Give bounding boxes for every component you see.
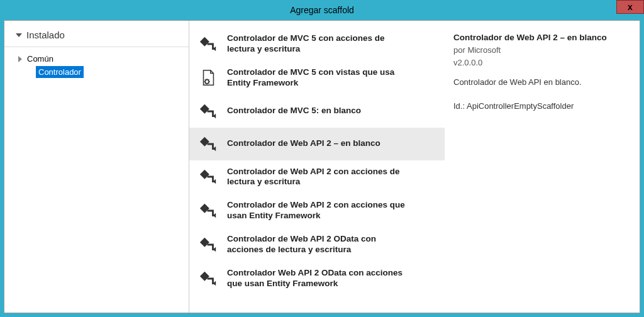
scaffold-item[interactable]: Controlador de MVC 5 con acciones de lec… — [189, 27, 445, 61]
window-title: Agregar scaffold — [0, 5, 644, 15]
detail-author: por Microsoft — [453, 45, 630, 56]
scaffold-item-label: Controlador de MVC 5 con acciones de lec… — [227, 33, 409, 55]
controller-icon — [198, 235, 218, 255]
detail-id: Id.: ApiControllerEmptyScaffolder — [453, 101, 630, 112]
scaffold-item[interactable]: Controlador de Web API 2 con acciones de… — [189, 160, 445, 194]
scaffold-item[interactable]: Controlador Web API 2 OData con acciones… — [189, 262, 445, 296]
scaffold-item-label: Controlador de MVC 5 con vistas que usa … — [227, 67, 409, 89]
detail-panel: Controlador de Web API 2 – en blanco por… — [445, 21, 640, 313]
sidebar-header-label: Instalado — [26, 30, 65, 40]
detail-description: Controlador de Web API en blanco. — [453, 77, 630, 88]
scaffold-item-label: Controlador de Web API 2 con acciones qu… — [227, 200, 409, 221]
sidebar: Instalado Común Controlador — [4, 21, 189, 313]
controller-icon — [198, 101, 218, 121]
controller-icon — [198, 134, 218, 154]
client-area: Instalado Común Controlador Controlador … — [4, 20, 640, 313]
controller-icon — [198, 34, 218, 54]
scaffold-item-label: Controlador de Web API 2 OData con accio… — [227, 234, 409, 255]
chevron-right-icon — [18, 56, 22, 62]
controller-icon — [198, 167, 218, 187]
detail-title: Controlador de Web API 2 – en blanco — [453, 32, 630, 43]
svg-line-7 — [208, 79, 209, 80]
chevron-down-icon — [16, 33, 22, 37]
controller-icon — [198, 269, 218, 289]
tree-item-label: Controlador — [36, 66, 84, 78]
scaffold-item[interactable]: Controlador de Web API 2 con acciones qu… — [189, 194, 445, 228]
scaffold-item[interactable]: Controlador de MVC 5 con vistas que usa … — [189, 61, 445, 95]
scaffold-item-label: Controlador de MVC 5: en blanco — [227, 106, 361, 116]
tree-item-comun[interactable]: Común — [16, 52, 189, 65]
sidebar-header[interactable]: Instalado — [4, 26, 189, 47]
scaffold-item[interactable]: Controlador de Web API 2 – en blanco — [189, 128, 445, 160]
controller-icon — [198, 201, 218, 221]
detail-id-value: ApiControllerEmptyScaffolder — [467, 101, 574, 111]
scaffold-item-label: Controlador Web API 2 OData con acciones… — [227, 268, 409, 289]
svg-line-6 — [208, 82, 209, 83]
close-button[interactable]: x — [616, 0, 644, 14]
tree-item-controlador[interactable]: Controlador — [16, 65, 189, 79]
dialog-window: Agregar scaffold x Instalado Común Contr… — [0, 0, 644, 317]
detail-id-label: Id.: — [453, 101, 465, 111]
sidebar-tree: Común Controlador — [4, 47, 189, 79]
scaffold-item[interactable]: Controlador de MVC 5: en blanco — [189, 95, 445, 128]
scaffold-item[interactable]: Controlador de Web API 2 OData con accio… — [189, 228, 445, 262]
scaffold-list: Controlador de MVC 5 con acciones de lec… — [189, 21, 445, 313]
close-icon: x — [628, 2, 633, 12]
tree-item-label: Común — [27, 54, 53, 64]
scaffold-item-label: Controlador de Web API 2 con acciones de… — [227, 167, 409, 188]
svg-line-5 — [205, 79, 206, 80]
scaffold-item-label: Controlador de Web API 2 – en blanco — [227, 138, 380, 149]
titlebar: Agregar scaffold x — [0, 0, 644, 20]
detail-version: v2.0.0.0 — [453, 57, 630, 69]
file-gear-icon — [198, 68, 218, 88]
svg-line-8 — [205, 82, 206, 83]
